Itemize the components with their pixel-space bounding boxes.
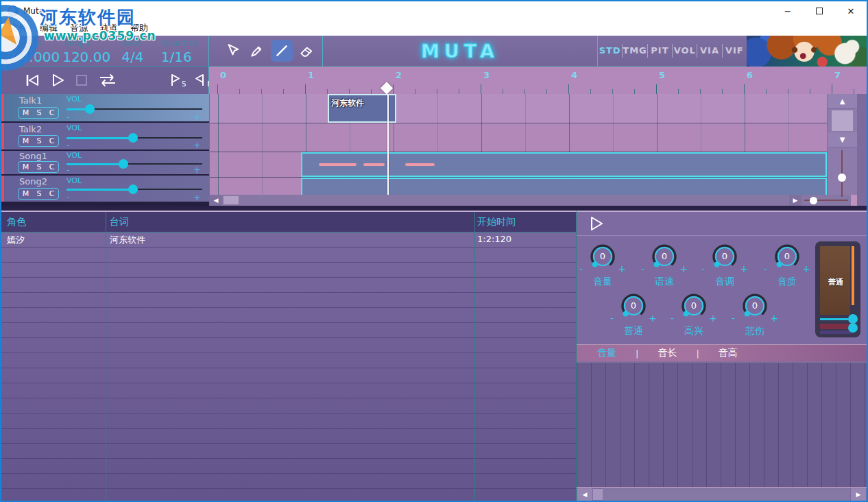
playback-start-marker-button[interactable]: S — [165, 73, 190, 88]
zoom-slider-handle[interactable] — [838, 174, 846, 182]
knob-timbre[interactable]: 0 - + 音质 — [761, 240, 813, 288]
note-segment[interactable] — [319, 163, 357, 166]
timeline-row-talk2[interactable] — [210, 123, 827, 152]
mode-vol-button[interactable]: VOL — [673, 44, 697, 58]
solo-button[interactable]: S — [36, 190, 41, 198]
timeline-row-talk1[interactable]: 河东软件 — [210, 94, 827, 123]
track-header-talk2[interactable]: Talk2 M S C VOL - + — [1, 123, 209, 151]
knob-plus[interactable]: + — [709, 313, 717, 324]
tab-volume[interactable]: 音量 — [588, 347, 626, 359]
talk-clip[interactable]: 河东软件 — [328, 94, 396, 123]
scroll-up-button[interactable]: ▲ — [828, 94, 857, 109]
playhead-handle[interactable] — [381, 82, 393, 94]
track-header-talk1[interactable]: Talk1 M S C VOL - + — [1, 94, 209, 123]
knob-sad[interactable]: 0 - + 悲伤 — [729, 289, 781, 337]
timeline-horizontal-scrollbar[interactable]: ◀ ▶ — [210, 195, 857, 206]
knob-plus[interactable]: + — [649, 313, 657, 324]
loop-button[interactable] — [93, 73, 122, 88]
table-row[interactable]: 嫣汐 河东软件 1:2:120 — [1, 232, 576, 248]
playhead-line[interactable] — [387, 94, 389, 195]
volume-minus[interactable]: - — [67, 165, 70, 174]
knob-happy[interactable]: 0 - + 高兴 — [668, 289, 720, 337]
minimize-button[interactable]: − — [772, 1, 804, 21]
volume-plus[interactable]: + — [193, 112, 201, 121]
emotion-mixer-widget[interactable]: 普通 — [815, 241, 860, 337]
volume-minus[interactable]: - — [67, 193, 70, 202]
knob-minus[interactable]: - — [671, 313, 674, 324]
volume-slider[interactable] — [67, 134, 202, 143]
skip-to-start-button[interactable] — [19, 73, 45, 88]
cell-start-time[interactable]: 1:2:120 — [477, 234, 511, 244]
mode-vif-button[interactable]: VIF — [723, 44, 747, 58]
play-button[interactable] — [45, 73, 70, 88]
knob-plus[interactable]: + — [679, 263, 688, 274]
slider-knob[interactable] — [128, 184, 138, 194]
stop-button[interactable] — [70, 73, 93, 88]
scroll-left-button[interactable]: ◀ — [210, 195, 222, 206]
cell-role[interactable]: 嫣汐 — [7, 234, 25, 246]
mute-button[interactable]: M — [23, 163, 29, 171]
volume-plus[interactable]: + — [193, 165, 201, 174]
knob-pitch[interactable]: 0 - + 音调 — [699, 240, 751, 288]
track-header-song1[interactable]: Song1 M S C VOL - + — [1, 151, 209, 176]
knob-normal[interactable]: 0 - + 普通 — [607, 289, 660, 337]
scrollbar-track[interactable] — [603, 488, 850, 501]
knob-plus[interactable]: + — [740, 263, 748, 274]
mute-button[interactable]: M — [23, 137, 29, 145]
slider-knob[interactable] — [85, 104, 95, 114]
center-button[interactable]: C — [49, 190, 55, 198]
knob-plus[interactable]: + — [618, 263, 626, 274]
preview-play-button[interactable] — [588, 215, 604, 232]
knob-minus[interactable]: - — [732, 313, 735, 324]
mode-pit-button[interactable]: PIT — [648, 44, 673, 58]
maximize-button[interactable] — [804, 1, 835, 21]
volume-slider[interactable] — [67, 185, 202, 194]
slider-knob[interactable] — [119, 159, 128, 169]
timeline-row-song1[interactable] — [210, 152, 827, 178]
center-button[interactable]: C — [49, 163, 55, 171]
close-button[interactable]: ✕ — [835, 1, 867, 21]
timeline-tracks[interactable]: 河东软件 — [210, 94, 827, 195]
cell-line[interactable]: 河东软件 — [110, 234, 145, 246]
emotion-slider-handle2[interactable] — [848, 323, 858, 333]
pencil-tool-button[interactable] — [246, 40, 268, 62]
knob-minus[interactable]: - — [641, 263, 644, 274]
volume-minus[interactable]: - — [67, 112, 70, 121]
knob-minus[interactable]: - — [610, 313, 614, 324]
volume-slider[interactable] — [67, 160, 202, 169]
scroll-right-button[interactable]: ▶ — [789, 195, 801, 206]
knob-plus[interactable]: + — [770, 313, 778, 324]
knob-plus[interactable]: + — [802, 263, 810, 274]
emotion-slider-handle[interactable] — [848, 314, 858, 324]
scroll-right-button[interactable]: ▶ — [851, 488, 866, 501]
volume-plus[interactable]: + — [193, 141, 201, 150]
center-button[interactable]: C — [49, 137, 55, 145]
scroll-left-button[interactable]: ◀ — [577, 488, 592, 501]
tab-pitch[interactable]: 音高 — [709, 347, 747, 359]
volume-plus[interactable]: + — [193, 193, 201, 202]
solo-button[interactable]: S — [36, 163, 41, 171]
scroll-down-button[interactable]: ▼ — [828, 132, 857, 147]
knob-speech-rate[interactable]: 0 - + 语速 — [638, 240, 690, 288]
scrollbar-thumb[interactable] — [224, 196, 239, 204]
panel-horizontal-scrollbar[interactable]: ◀ ▶ — [577, 487, 867, 501]
knob-volume[interactable]: 0 - + 音量 — [577, 240, 629, 288]
knob-minus[interactable]: - — [579, 263, 583, 274]
center-button[interactable]: C — [49, 109, 55, 117]
mode-via-button[interactable]: VIA — [697, 44, 722, 58]
timeline-vertical-scrollbar[interactable]: ▲ ▼ — [828, 94, 857, 195]
knob-minus[interactable]: - — [764, 263, 767, 274]
knob-minus[interactable]: - — [701, 263, 705, 274]
scrollbar-thumb[interactable] — [832, 110, 853, 131]
line-tool-button[interactable] — [271, 40, 293, 62]
tab-duration[interactable]: 音长 — [648, 347, 686, 359]
mode-std-button[interactable]: STD — [598, 44, 623, 58]
track-header-song2[interactable]: Song2 M S C VOL - + — [1, 176, 209, 202]
zoom-slider-handle[interactable] — [810, 197, 817, 204]
timeline-ruler[interactable]: 0 1 2 3 4 5 6 7 — [209, 67, 867, 94]
song1-clip[interactable] — [301, 152, 827, 177]
mode-tmg-button[interactable]: TMG — [623, 44, 647, 58]
volume-minus[interactable]: - — [67, 141, 70, 150]
mute-button[interactable]: M — [23, 109, 29, 117]
note-segment[interactable] — [405, 163, 435, 166]
